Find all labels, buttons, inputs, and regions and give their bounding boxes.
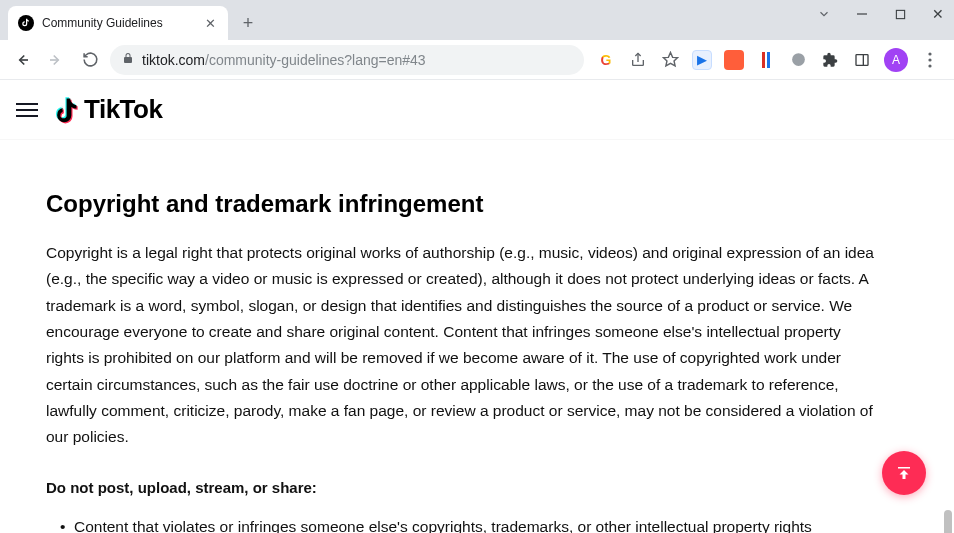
url-text: tiktok.com/community-guidelines?lang=en#…: [142, 52, 426, 68]
svg-point-8: [792, 53, 805, 66]
close-window-button[interactable]: ✕: [928, 4, 948, 24]
back-button[interactable]: [8, 46, 36, 74]
google-icon[interactable]: G: [596, 50, 616, 70]
forward-button[interactable]: [42, 46, 70, 74]
section-heading: Copyright and trademark infringement: [46, 190, 874, 218]
extension-icon-3[interactable]: [756, 50, 776, 70]
scrollbar-track: [942, 160, 952, 533]
address-bar: tiktok.com/community-guidelines?lang=en#…: [0, 40, 954, 80]
article: Copyright and trademark infringement Cop…: [0, 140, 920, 533]
tiktok-note-icon: [54, 95, 80, 125]
new-tab-button[interactable]: +: [234, 9, 262, 37]
tiktok-favicon: [18, 15, 34, 31]
tab-title: Community Guidelines: [42, 16, 202, 30]
kebab-menu-icon[interactable]: [920, 50, 940, 70]
profile-avatar[interactable]: A: [884, 48, 908, 72]
hamburger-menu-button[interactable]: [16, 98, 40, 122]
window-controls: ✕: [814, 4, 948, 24]
lock-icon: [122, 52, 134, 67]
extensions-puzzle-icon[interactable]: [820, 50, 840, 70]
site-header: TikTok: [0, 80, 954, 140]
svg-rect-7: [767, 52, 770, 68]
bullet-list: Content that violates or infringes someo…: [46, 514, 874, 533]
minimize-button[interactable]: [852, 4, 872, 24]
omnibox[interactable]: tiktok.com/community-guidelines?lang=en#…: [110, 45, 584, 75]
toolbar-right: G ▶ A: [590, 48, 946, 72]
chrome-window: Community Guidelines ✕ + ✕ tiktok.com/co…: [0, 0, 954, 533]
section-body: Copyright is a legal right that protects…: [46, 240, 874, 451]
svg-point-13: [928, 64, 931, 67]
bookmark-star-icon[interactable]: [660, 50, 680, 70]
browser-tab[interactable]: Community Guidelines ✕: [8, 6, 228, 40]
svg-rect-6: [762, 52, 765, 68]
chevron-down-icon[interactable]: [814, 4, 834, 24]
content-scroll[interactable]: Copyright and trademark infringement Cop…: [0, 140, 954, 533]
svg-rect-9: [856, 54, 868, 65]
logo-text: TikTok: [84, 94, 162, 125]
svg-marker-5: [663, 52, 677, 65]
extension-icon-4[interactable]: [788, 50, 808, 70]
svg-point-11: [928, 52, 931, 55]
content-wrap: Copyright and trademark infringement Cop…: [0, 140, 954, 533]
side-panel-icon[interactable]: [852, 50, 872, 70]
tab-close-button[interactable]: ✕: [202, 15, 218, 31]
list-item: Content that violates or infringes someo…: [60, 514, 874, 533]
share-icon[interactable]: [628, 50, 648, 70]
arrow-up-icon: [895, 464, 913, 482]
reload-button[interactable]: [76, 46, 104, 74]
page-viewport: TikTok Copyright and trademark infringem…: [0, 80, 954, 533]
tiktok-logo[interactable]: TikTok: [54, 94, 162, 125]
extension-icon-2[interactable]: [724, 50, 744, 70]
scrollbar-thumb[interactable]: [944, 510, 952, 533]
extension-icon-1[interactable]: ▶: [692, 50, 712, 70]
do-not-label: Do not post, upload, stream, or share:: [46, 479, 874, 496]
scroll-to-top-button[interactable]: [882, 451, 926, 495]
svg-rect-1: [896, 10, 904, 18]
svg-point-12: [928, 58, 931, 61]
titlebar: Community Guidelines ✕ + ✕: [0, 0, 954, 40]
maximize-button[interactable]: [890, 4, 910, 24]
